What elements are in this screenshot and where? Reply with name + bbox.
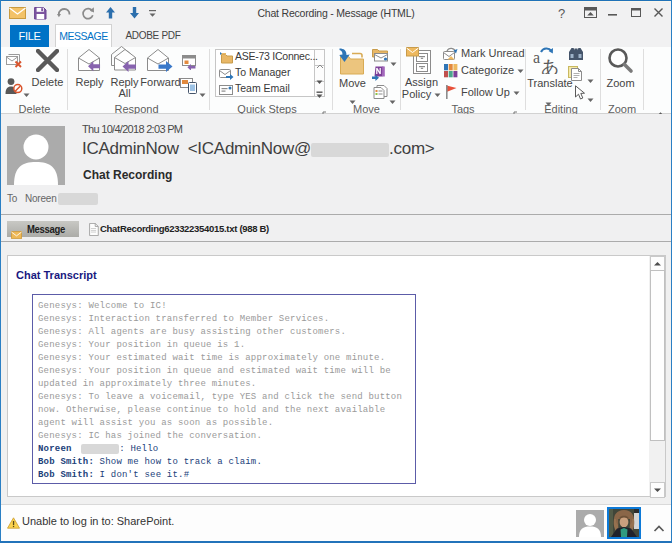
svg-text:あ: あ [541,57,559,74]
svg-text:?: ? [558,6,565,21]
svg-text:a: a [533,49,540,66]
